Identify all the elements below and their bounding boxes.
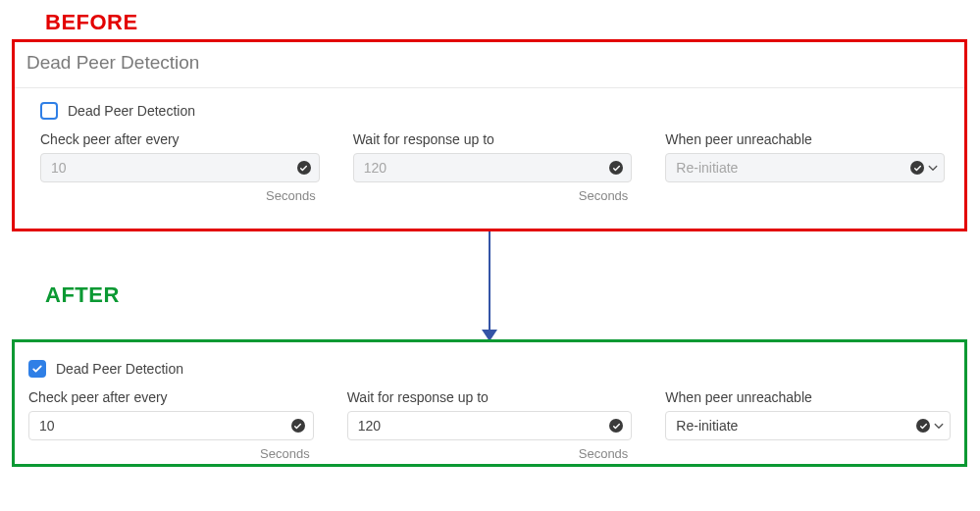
check-peer-label: Check peer after every (40, 131, 320, 147)
wait-response-field: Wait for response up to Seconds (347, 389, 633, 461)
valid-check-icon (910, 161, 924, 175)
dpd-checkbox-label: Dead Peer Detection (56, 361, 183, 377)
valid-check-icon (609, 419, 623, 433)
check-icon (31, 363, 43, 375)
valid-check-icon (297, 161, 311, 175)
wait-response-unit: Seconds (353, 182, 633, 203)
wait-response-input[interactable] (353, 153, 633, 182)
after-panel: Dead Peer Detection Check peer after eve… (12, 339, 967, 467)
check-peer-input[interactable] (40, 153, 320, 182)
when-unreachable-label: When peer unreachable (665, 131, 945, 147)
when-unreachable-label: When peer unreachable (665, 389, 951, 405)
wait-response-label: Wait for response up to (353, 131, 633, 147)
when-unreachable-value: Re-initiate (676, 160, 738, 176)
dpd-toggle-row: Dead Peer Detection (15, 342, 964, 383)
valid-check-icon (916, 419, 930, 433)
check-peer-field: Check peer after every Seconds (40, 131, 320, 203)
section-title: Dead Peer Detection (15, 42, 964, 88)
select-indicator (916, 419, 945, 433)
wait-response-label: Wait for response up to (347, 389, 633, 405)
wait-response-field: Wait for response up to Seconds (353, 131, 633, 203)
when-unreachable-select[interactable]: Re-initiate (665, 411, 951, 440)
before-panel: Dead Peer Detection Dead Peer Detection … (12, 39, 967, 231)
dpd-toggle-row: Dead Peer Detection (15, 88, 964, 126)
check-peer-field: Check peer after every Seconds (28, 389, 314, 461)
before-heading: BEFORE (45, 10, 138, 35)
dpd-checkbox[interactable] (28, 360, 46, 378)
dpd-checkbox[interactable] (40, 102, 58, 120)
check-peer-label: Check peer after every (28, 389, 314, 405)
fields-row: Check peer after every Seconds Wait for … (15, 383, 964, 461)
when-unreachable-field: When peer unreachable Re-initiate (665, 389, 951, 461)
wait-response-input[interactable] (347, 411, 633, 440)
fields-row: Check peer after every Seconds Wait for … (15, 126, 964, 203)
connector-arrow-line (489, 231, 490, 337)
valid-check-icon (609, 161, 623, 175)
check-peer-unit: Seconds (40, 182, 320, 203)
when-unreachable-field: When peer unreachable Re-initiate (665, 131, 945, 203)
check-peer-unit: Seconds (28, 440, 314, 461)
wait-response-unit: Seconds (347, 440, 633, 461)
when-unreachable-value: Re-initiate (676, 418, 738, 434)
check-peer-input[interactable] (28, 411, 314, 440)
valid-check-icon (291, 419, 305, 433)
chevron-down-icon (927, 162, 939, 174)
after-heading: AFTER (45, 282, 120, 308)
when-unreachable-select[interactable]: Re-initiate (665, 153, 945, 182)
dpd-checkbox-label: Dead Peer Detection (68, 103, 195, 119)
chevron-down-icon (933, 420, 945, 432)
select-indicator (910, 161, 939, 175)
